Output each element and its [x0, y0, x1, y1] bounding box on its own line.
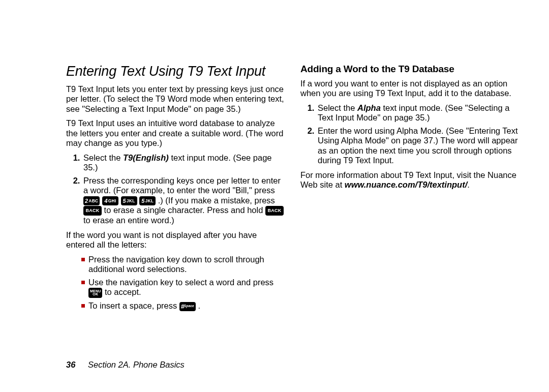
paragraph: For more information about T9 Text Input…: [300, 170, 520, 190]
bullet-item: Press the navigation key down to scroll …: [81, 255, 285, 275]
heading-t9-entering: Entering Text Using T9 Text Input: [66, 64, 285, 79]
key-4ghi-icon: 4GHI: [102, 196, 118, 205]
ordered-steps: Select the T9(English) text input mode. …: [66, 153, 285, 226]
step-item: Select the T9(English) text input mode. …: [82, 153, 285, 173]
page-number: 36: [66, 360, 75, 369]
paragraph: T9 Text Input lets you enter text by pre…: [66, 84, 285, 114]
step-item: Enter the word using Alpha Mode. (See "E…: [317, 126, 520, 166]
bullet-list: Press the navigation key down to scroll …: [66, 255, 285, 311]
step-item: Select the Alpha text input mode. (See "…: [317, 103, 520, 123]
key-back-icon: BACK: [83, 206, 102, 216]
heading-t9-database: Adding a Word to the T9 Database: [300, 64, 520, 75]
bullet-item: Use the navigation key to select a word …: [81, 278, 285, 298]
key-back-icon: BACK: [265, 206, 284, 216]
key-menu-ok-icon: MENUOK: [88, 288, 102, 298]
mode-name: T9(English): [123, 153, 169, 162]
bullet-item: To insert a space, press #Space .: [81, 301, 285, 311]
key-2abc-icon: 2ABC: [83, 196, 100, 205]
paragraph: T9 Text Input uses an intuitive word dat…: [66, 118, 285, 148]
right-column: Adding a Word to the T9 Database If a wo…: [300, 64, 520, 372]
key-hash-space-icon: #Space: [179, 302, 196, 311]
external-url: www.nuance.com/T9/textinput/: [345, 180, 467, 189]
page-footer: 36 Section 2A. Phone Basics: [66, 360, 185, 370]
key-5jkl-icon: 5JKL: [139, 196, 156, 205]
paragraph: If the word you want is not displayed af…: [66, 230, 285, 250]
key-5jkl-icon: 5JKL: [121, 196, 137, 205]
ordered-steps: Select the Alpha text input mode. (See "…: [300, 103, 520, 166]
section-title: Section 2A. Phone Basics: [88, 360, 185, 369]
paragraph: If a word you want to enter is not displ…: [300, 79, 520, 99]
step-item: Press the corresponding keys once per le…: [82, 176, 285, 226]
manual-page: Entering Text Using T9 Text Input T9 Tex…: [0, 0, 549, 392]
left-column: Entering Text Using T9 Text Input T9 Tex…: [66, 64, 285, 372]
mode-name: Alpha: [357, 103, 381, 112]
